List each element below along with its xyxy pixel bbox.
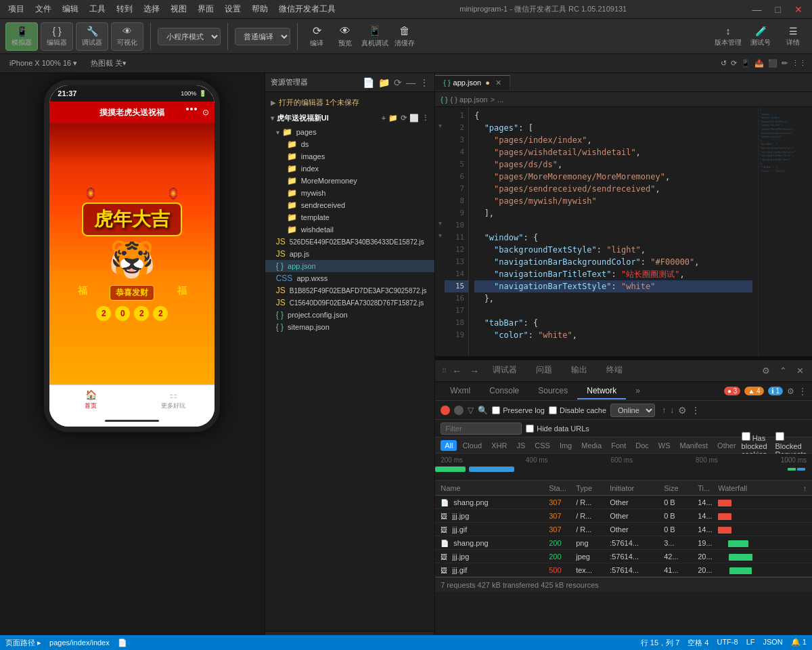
menu-edit[interactable]: 编辑: [60, 2, 81, 16]
throttle-select[interactable]: Online: [610, 404, 655, 417]
tab-sources[interactable]: Sources: [528, 383, 577, 399]
tree-file-b1b[interactable]: JS B1B852F49F02EBAFD7DE3AF3C9025872.js: [265, 284, 434, 297]
filter-doc[interactable]: Doc: [631, 440, 653, 451]
devtools-close-icon[interactable]: ✕: [794, 364, 807, 377]
table-row[interactable]: 🖼 jjj.gif 307 / R... Other 0 B 14...: [435, 523, 812, 536]
tree-folder-moremoney[interactable]: 📁 MoreMoremoney: [265, 175, 434, 187]
filter-xhr[interactable]: XHR: [487, 440, 511, 451]
col-time-header[interactable]: Ti...: [698, 484, 718, 492]
menu-view[interactable]: 视图: [168, 2, 189, 16]
sort-icon[interactable]: ↑: [803, 484, 807, 492]
maximize-button[interactable]: □: [771, 3, 785, 16]
filter-icon[interactable]: ▽: [468, 406, 474, 415]
paint-icon[interactable]: ✏: [782, 59, 788, 68]
clear-cache-button[interactable]: 🗑 清缓存: [392, 25, 417, 48]
hide-data-checkbox[interactable]: [526, 425, 534, 433]
col-waterfall-header[interactable]: Waterfall: [718, 484, 803, 492]
settings-icon[interactable]: ⚙: [678, 405, 687, 416]
network-settings-icon[interactable]: ⚙: [787, 387, 794, 396]
tree-file-526[interactable]: JS 526D5E449F02EBAF340B36433DE15872.js: [265, 236, 434, 248]
more-icon[interactable]: ⋮⋮: [792, 59, 807, 68]
device-icon[interactable]: 📱: [741, 59, 750, 68]
phone-tab-more[interactable]: ⚏ 更多好玩: [132, 385, 215, 414]
tab-console[interactable]: Console: [480, 383, 528, 399]
devtools-tab-debugger[interactable]: 调试器: [483, 362, 526, 380]
device-select[interactable]: iPhone X 100% 16 ▾: [5, 58, 81, 69]
table-row[interactable]: 🖼 jjj.jpg 307 / R... Other 0 B 14...: [435, 509, 812, 523]
tree-more-icon[interactable]: ⋮: [420, 77, 429, 88]
col-status-header[interactable]: Sta...: [549, 484, 576, 492]
tree-file-sitemap[interactable]: { } sitemap.json: [265, 321, 434, 333]
menu-select[interactable]: 选择: [141, 2, 162, 16]
project-section[interactable]: ▾ 虎年送祝福新UI + 📁 ⟳ ⬜ ⋮: [265, 110, 434, 126]
refresh-icon[interactable]: ⟳: [731, 59, 737, 68]
table-row[interactable]: 📄 shang.png 200 png :57614... 3... 19...: [435, 536, 812, 550]
blocked-cookies-checkbox[interactable]: [742, 432, 750, 441]
tree-folder-sendreceived[interactable]: 📁 sendreceived: [265, 199, 434, 211]
search-icon[interactable]: 🔍: [478, 406, 488, 415]
tree-folder-pages[interactable]: ▾ 📁 pages: [265, 126, 434, 138]
menu-bar[interactable]: 项目 文件 编辑 工具 转到 选择 视图 界面 设置 帮助 微信开发者工具: [5, 2, 338, 16]
devtools-settings-icon[interactable]: ⚙: [759, 364, 773, 377]
import-icon[interactable]: ↑: [662, 406, 666, 415]
menu-settings[interactable]: 设置: [222, 2, 244, 16]
devtools-nav-right[interactable]: →: [466, 364, 483, 378]
project-more-icon[interactable]: ⋮: [422, 114, 429, 123]
menu-interface[interactable]: 界面: [195, 2, 217, 16]
tree-folder-wishdetail[interactable]: 📁 wishdetail: [265, 223, 434, 236]
network-more-icon[interactable]: ⋮: [798, 387, 807, 396]
refresh-tree-icon[interactable]: ⟳: [394, 77, 402, 88]
compile-select[interactable]: 普通编译: [235, 28, 290, 45]
tab-network[interactable]: Network: [577, 383, 626, 399]
fold-icon-1[interactable]: [435, 107, 445, 119]
menu-goto[interactable]: 转到: [114, 2, 135, 16]
col-init-header[interactable]: Initiator: [610, 484, 664, 492]
mode-select[interactable]: 小程序模式: [158, 28, 221, 45]
real-device-button[interactable]: 📱 真机调试: [361, 24, 388, 48]
details-button[interactable]: ☰ 详情: [780, 26, 807, 47]
fold-icon-10[interactable]: ▾: [435, 217, 445, 229]
filter-other[interactable]: Other: [713, 440, 740, 451]
table-row[interactable]: 🖼 jjj.gif 500 tex... :57614... 41... 20.…: [435, 563, 812, 577]
export-icon[interactable]: ↓: [670, 406, 674, 415]
menu-tools[interactable]: 工具: [87, 2, 108, 16]
collapse-icon[interactable]: —: [406, 77, 415, 88]
tree-file-appjson[interactable]: { } app.json: [265, 260, 434, 272]
tab-wxml[interactable]: Wxml: [441, 383, 480, 399]
preserve-log-checkbox[interactable]: [492, 406, 500, 414]
menu-help[interactable]: 帮助: [249, 2, 271, 16]
tree-folder-template[interactable]: 📁 template: [265, 211, 434, 223]
devtools-tab-output[interactable]: 输出: [562, 362, 597, 380]
blocked-requests-checkbox[interactable]: [775, 432, 784, 441]
visual-tool-button[interactable]: 👁 可视化: [111, 22, 143, 51]
fold-icon-2[interactable]: ▾: [435, 119, 445, 131]
tree-file-appjs[interactable]: JS app.js: [265, 248, 434, 260]
disable-cache-checkbox[interactable]: [549, 406, 557, 414]
add-file-icon[interactable]: +: [382, 114, 386, 123]
debugger-tool-button[interactable]: 🔧 调试器: [76, 22, 108, 51]
minimize-button[interactable]: —: [748, 3, 766, 16]
editor-tool-button[interactable]: { } 编辑器: [41, 22, 73, 51]
devtools-tab-issues[interactable]: 问题: [526, 362, 562, 380]
menu-project[interactable]: 项目: [5, 2, 27, 16]
devtools-tab-terminal[interactable]: 终端: [597, 362, 632, 380]
more-options-icon[interactable]: ⋮: [691, 405, 700, 416]
col-type-header[interactable]: Type: [576, 484, 610, 492]
tree-folder-mywish[interactable]: 📁 mywish: [265, 187, 434, 199]
tree-file-c15[interactable]: JS C15640D09F02EBAFA73028D767F15872.js: [265, 297, 434, 309]
editor-tab-appjson[interactable]: { } app.json ● ✕: [435, 75, 510, 90]
add-folder-icon[interactable]: 📁: [388, 114, 398, 123]
col-size-header[interactable]: Size: [664, 484, 698, 492]
filter-css[interactable]: CSS: [531, 440, 554, 451]
filter-font[interactable]: Font: [607, 440, 630, 451]
table-row[interactable]: 📄 shang.png 307 / R... Other 0 B 14...: [435, 496, 812, 509]
clear-button[interactable]: [454, 406, 464, 415]
refresh-icon[interactable]: ⟳: [401, 114, 407, 123]
devtools-minimize-icon[interactable]: ⌃: [777, 364, 790, 377]
new-folder-icon[interactable]: 📁: [378, 77, 390, 88]
expand-all-icon[interactable]: ⬜: [409, 114, 419, 123]
new-file-icon[interactable]: 📄: [363, 77, 374, 88]
filter-input[interactable]: [441, 422, 522, 435]
tree-folder-ds[interactable]: 📁 ds: [265, 138, 434, 150]
record-button[interactable]: [441, 406, 450, 415]
